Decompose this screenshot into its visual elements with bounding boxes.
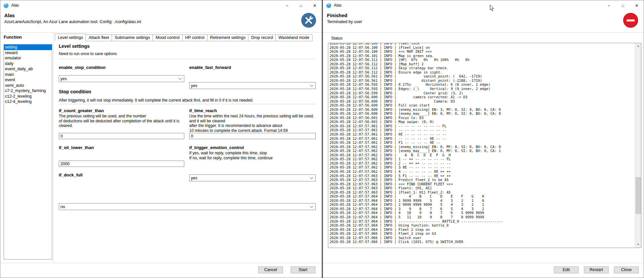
log-line: 2020-05-28 12:07:57.062 | INFO | 1 -- ++… [330, 157, 641, 161]
log-line: 2020-05-28 12:07:56.600 | INFO | [enemy_… [330, 111, 641, 116]
page-title: Alas [4, 13, 15, 18]
log-line: 2020-05-28 12:07:57.061 | INFO | -- -- -… [330, 124, 641, 128]
if-time-reach-input[interactable] [189, 133, 316, 139]
log-line: 2020-05-28 12:07:57.061 | INFO | -- -- -… [330, 137, 641, 141]
log-line: 2020-05-28 12:07:57.062 | INFO | [enemy_… [330, 149, 641, 153]
tab-item[interactable]: Mood control [153, 34, 182, 41]
tab-strip: Level settingsAttack fleetSubmarine sett… [55, 34, 312, 41]
log-line: 2020-05-28 12:07:56.601 | INFO | Map swi… [330, 120, 641, 124]
log-line: 2020-05-28 12:07:57.061 | INFO | 0E -- -… [330, 132, 641, 137]
log-line: 2020-05-28 12:07:56.112 | INFO | [Map_bu… [330, 62, 641, 66]
function-list-item[interactable]: reward [4, 50, 52, 56]
if-count-greater-than-input[interactable] [59, 133, 184, 139]
maximize-button[interactable]: □ [616, 0, 630, 11]
edit-button[interactable]: Edit [554, 266, 579, 273]
log-line: 2020-05-28 12:07:56.112 | INFO | Skip st… [330, 66, 641, 70]
app-icon [3, 3, 9, 8]
right-titlebar[interactable]: Alas – □ ✕ [323, 0, 644, 11]
function-list[interactable]: settingrewardemulatordailyevent_daily_ab… [4, 44, 52, 260]
log-line: 2020-05-28 12:07:57.064 | INFO | Fleet 2… [330, 228, 641, 232]
log-line: 2020-05-28 12:07:56.561 | INFO | distant… [330, 78, 641, 83]
enable-fast-forward-dropdown[interactable]: yes [189, 82, 316, 89]
function-list-item[interactable]: main [4, 72, 52, 77]
log-line: 2020-05-28 12:07:56.601 | INFO | Focus t… [330, 116, 641, 120]
log-line: 2020-05-28 12:07:57.066 | INFO | Click (… [330, 240, 641, 244]
log-line: 2020-05-28 12:07:56.101 | INFO | Map is … [330, 54, 641, 58]
function-list-item[interactable]: daily [4, 61, 52, 67]
log-line: 2020-05-28 12:07:56.599 | INFO | Center … [330, 91, 641, 95]
maximize-button[interactable]: □ [294, 0, 308, 11]
log-line: 2020-05-28 12:07:57.063 | INFO | [Fleet_… [330, 190, 641, 195]
divider [53, 33, 54, 262]
restart-button[interactable]: Restart [584, 266, 609, 273]
log-line: 2020-05-28 12:07:57.062 | INFO | [enemy_… [330, 145, 641, 149]
app-icon [326, 3, 332, 8]
if-trigger-emotion-control-dropdown[interactable]: yes [189, 174, 316, 181]
function-list-item[interactable]: event [4, 77, 52, 83]
close-button[interactable]: ✕ [630, 0, 644, 11]
minimize-button[interactable]: – [280, 0, 294, 11]
footer-close-button[interactable]: Close [614, 266, 639, 273]
log-line: 2020-05-28 12:07:57.064 | INFO | A B C D… [330, 194, 641, 199]
window-title: Alas [334, 3, 341, 8]
scroll-up-icon[interactable]: ▲ [635, 43, 641, 49]
function-list-item[interactable]: c12-2_leveling [4, 94, 52, 99]
log-scrollbar[interactable]: ▲ ▼ [635, 43, 641, 248]
tab-item[interactable]: HP control [182, 34, 207, 41]
log-line: 2020-05-28 12:07:56.593 | INFO | Edges: … [330, 87, 641, 91]
tab-item[interactable]: Level settings [55, 34, 86, 41]
function-list-item[interactable]: event_daily_ab [4, 66, 52, 72]
left-titlebar[interactable]: Alas – □ ✕ [0, 0, 322, 11]
divider [59, 104, 316, 104]
function-list-item[interactable]: emulator [4, 55, 52, 61]
divider [0, 263, 322, 263]
section-title: Stop condition [59, 89, 91, 94]
log-line: 2020-05-28 12:07:56.600 | INFO | Full sc… [330, 103, 641, 108]
divider [59, 59, 316, 59]
log-line: 2020-05-28 12:07:57.064 | INFO | 4 10 9 … [330, 211, 641, 215]
log-line: 2020-05-28 12:07:57.066 | INFO | Fleet_2… [330, 232, 641, 236]
divider [0, 32, 322, 33]
tab-item[interactable]: Wasteland mode [275, 34, 312, 41]
section-title: Level settings [59, 44, 89, 49]
close-button[interactable]: ✕ [308, 0, 322, 11]
log-line: 2020-05-28 12:07:56.600 | INFO | [enemy_… [330, 108, 641, 112]
function-list-item[interactable]: semi_auto [4, 83, 52, 88]
cancel-button[interactable]: Cancel [258, 266, 283, 273]
log-line: 2020-05-28 12:07:56.561 | INFO | vanish_… [330, 74, 641, 78]
divider [323, 263, 644, 263]
tab-item[interactable]: Drop record [248, 34, 276, 41]
function-list-item[interactable]: setting [4, 45, 52, 50]
log-line: 2020-05-28 12:07:57.066 | INFO | Switch … [330, 236, 641, 240]
log-line: 2020-05-28 12:07:56.100 | INFO | <<< MAP… [330, 49, 641, 54]
function-list-item[interactable]: c7-2_mystery_farming [4, 88, 52, 94]
log-line: 2020-05-28 12:07:57.063 | INFO | 5 F1 --… [330, 174, 641, 178]
function-list-item[interactable]: c12-4_leveling [4, 99, 52, 105]
log-line: 2020-05-28 12:07:57.062 | INFO | 3 0E --… [330, 165, 641, 170]
tab-item[interactable]: Submarine settings [112, 34, 153, 41]
minimize-button[interactable]: – [602, 0, 616, 11]
if-dock-full-dropdown[interactable]: no [59, 203, 316, 210]
section-subtitle: Need to run once to save options [59, 51, 117, 56]
status-subtitle: Terminated by user [327, 19, 362, 24]
field-label-if-oil-lower-than: if_oil_lower_than [59, 145, 94, 150]
scroll-thumb[interactable] [635, 177, 641, 214]
field-label-enable-stop-condition: enable_stop_condition [59, 65, 106, 70]
field-label-enable-fast-forward: enable_fast_forward [189, 65, 231, 70]
if-oil-lower-than-input[interactable] [59, 161, 184, 167]
start-button[interactable]: Start [291, 266, 315, 273]
status-title: Finished [327, 13, 347, 18]
log-line: 2020-05-28 12:07:57.062 | INFO | A B C D… [330, 153, 641, 157]
function-label: Function [4, 35, 22, 40]
field-label-if-trigger-emotion-control: if_trigger_emotion_control [189, 145, 244, 150]
log-line: 2020-05-28 12:07:57.062 | INFO | 2 -- ++… [330, 161, 641, 166]
scroll-down-icon[interactable]: ▼ [635, 242, 641, 248]
tab-item[interactable]: Attack fleet [86, 34, 112, 41]
status-label: Status [331, 36, 342, 41]
log-line: 2020-05-28 12:07:57.062 | INFO | 4 -- --… [330, 170, 641, 174]
field-label-if-count-greater-than: if_count_greater_than [59, 108, 104, 113]
dropdown-value: yes [191, 83, 310, 88]
tab-item[interactable]: Retirement settings [207, 34, 249, 41]
enable-stop-condition-dropdown[interactable]: yes [59, 75, 184, 82]
log-box[interactable]: 2020-05-28 12:07:56.100 | INFO | fleet_l… [328, 43, 641, 248]
